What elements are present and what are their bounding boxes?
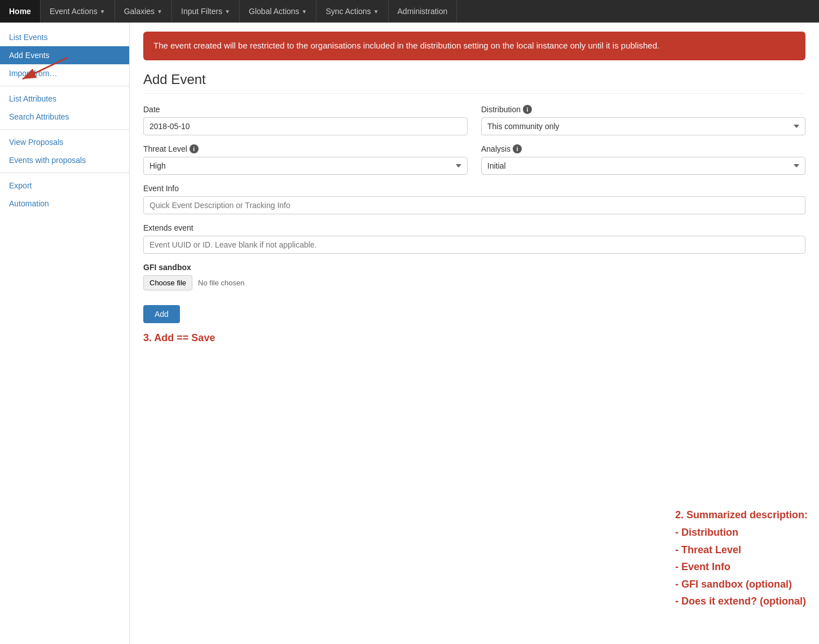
- sidebar-item-automation[interactable]: Automation: [0, 195, 129, 213]
- form-group-analysis: Analysis i Initial Ongoing Complete: [481, 144, 805, 175]
- file-upload-row: Choose file No file chosen: [143, 275, 805, 290]
- sidebar-item-list-events[interactable]: List Events: [0, 28, 129, 46]
- nav-administration[interactable]: Administration: [389, 0, 457, 23]
- date-label: Date: [143, 105, 468, 114]
- sidebar-divider-3: [0, 173, 129, 173]
- navbar: Home Event Actions ▼ Galaxies ▼ Input Fi…: [0, 0, 819, 23]
- caret-icon: ▼: [224, 8, 230, 15]
- nav-galaxies[interactable]: Galaxies ▼: [115, 0, 172, 23]
- sidebar-divider-2: [0, 129, 129, 130]
- add-button[interactable]: Add: [143, 305, 180, 323]
- form-row-threat-analysis: Threat Level i High Medium Low Undefined…: [143, 144, 805, 175]
- annotation-gfi: - GFI sandbox (optional): [675, 576, 808, 593]
- caret-icon: ▼: [302, 8, 307, 15]
- analysis-label: Analysis i: [481, 144, 805, 153]
- form-group-extends-event: Extends event: [143, 223, 805, 254]
- threat-level-label: Threat Level i: [143, 144, 468, 153]
- gfi-sandbox-label: GFI sandbox: [143, 263, 805, 272]
- form-group-gfi-sandbox: GFI sandbox Choose file No file chosen: [143, 263, 805, 290]
- caret-icon: ▼: [373, 8, 379, 15]
- nav-home[interactable]: Home: [0, 0, 41, 23]
- add-event-form: Date Distribution i This community only …: [143, 105, 805, 344]
- sidebar-item-export[interactable]: Export: [0, 177, 129, 195]
- form-group-date: Date: [143, 105, 468, 135]
- caret-icon: ▼: [157, 8, 162, 15]
- annotation-num2: 2. Summarized description:: [675, 506, 808, 524]
- nav-global-actions[interactable]: Global Actions ▼: [240, 0, 316, 23]
- form-group-distribution: Distribution i This community only Your …: [481, 105, 805, 135]
- layout: 1. List Events Add Events Import from… L…: [0, 23, 819, 644]
- extends-event-label: Extends event: [143, 223, 805, 232]
- annotation-dist: - Distribution: [675, 524, 808, 541]
- distribution-label: Distribution i: [481, 105, 805, 114]
- event-info-label: Event Info: [143, 184, 805, 193]
- sidebar: 1. List Events Add Events Import from… L…: [0, 23, 130, 644]
- choose-file-button[interactable]: Choose file: [143, 275, 192, 290]
- main-content: The event created will be restricted to …: [130, 23, 819, 644]
- extends-event-input[interactable]: [143, 236, 805, 254]
- distribution-select[interactable]: This community only Your organisation on…: [481, 117, 805, 135]
- analysis-info-icon[interactable]: i: [513, 144, 522, 153]
- sidebar-divider-1: [0, 86, 129, 86]
- annotation-block: 2. Summarized description: - Distributio…: [675, 506, 808, 610]
- form-group-event-info: Event Info: [143, 184, 805, 214]
- form-actions: Add: [143, 299, 805, 323]
- annotation-extends: - Does it extend? (optional): [675, 593, 808, 610]
- distribution-info-icon[interactable]: i: [523, 105, 532, 114]
- sidebar-item-add-events[interactable]: Add Events: [0, 46, 129, 64]
- threat-level-select[interactable]: High Medium Low Undefined: [143, 157, 468, 175]
- sidebar-item-search-attributes[interactable]: Search Attributes: [0, 108, 129, 126]
- nav-sync-actions[interactable]: Sync Actions ▼: [316, 0, 388, 23]
- annotation-event-info: - Event Info: [675, 558, 808, 576]
- nav-input-filters[interactable]: Input Filters ▼: [172, 0, 240, 23]
- no-file-text: No file chosen: [198, 279, 244, 287]
- annotation-num3: 3. Add == Save: [143, 332, 805, 344]
- sidebar-item-events-with-proposals[interactable]: Events with proposals: [0, 151, 129, 169]
- form-group-threat-level: Threat Level i High Medium Low Undefined: [143, 144, 468, 175]
- sidebar-item-import-from[interactable]: Import from…: [0, 64, 129, 82]
- annotation-threat: - Threat Level: [675, 541, 808, 559]
- sidebar-item-view-proposals[interactable]: View Proposals: [0, 133, 129, 151]
- form-row-date-distribution: Date Distribution i This community only …: [143, 105, 805, 135]
- sidebar-item-list-attributes[interactable]: List Attributes: [0, 90, 129, 108]
- caret-icon: ▼: [100, 8, 105, 15]
- threat-level-info-icon[interactable]: i: [190, 144, 199, 153]
- alert-banner: The event created will be restricted to …: [143, 32, 805, 60]
- nav-event-actions[interactable]: Event Actions ▼: [41, 0, 115, 23]
- analysis-select[interactable]: Initial Ongoing Complete: [481, 157, 805, 175]
- date-input[interactable]: [143, 117, 468, 135]
- page-title: Add Event: [143, 72, 805, 94]
- event-info-input[interactable]: [143, 196, 805, 214]
